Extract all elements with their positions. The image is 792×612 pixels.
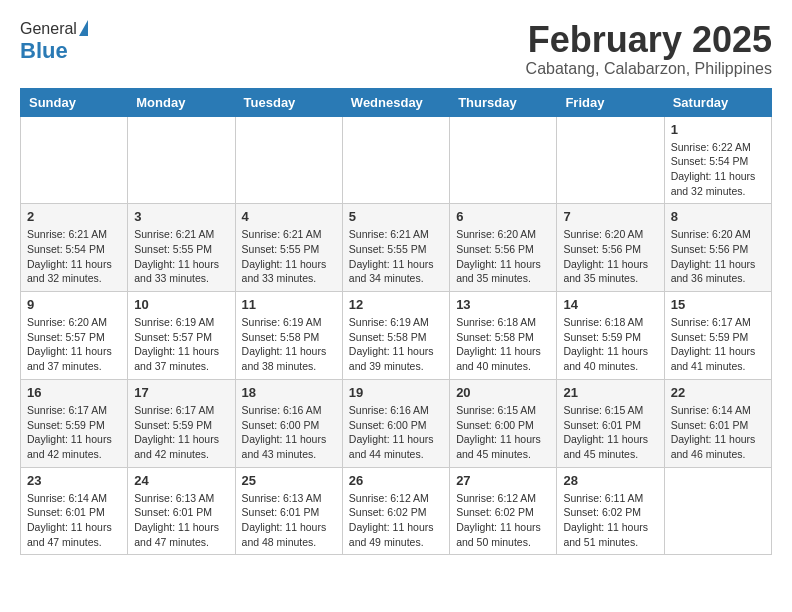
day-number: 8 [671, 209, 765, 224]
calendar-cell: 11Sunrise: 6:19 AMSunset: 5:58 PMDayligh… [235, 292, 342, 380]
day-number: 28 [563, 473, 657, 488]
calendar-cell [664, 467, 771, 555]
calendar-week-row: 1Sunrise: 6:22 AMSunset: 5:54 PMDaylight… [21, 116, 772, 204]
day-info: Sunrise: 6:13 AMSunset: 6:01 PMDaylight:… [134, 491, 228, 550]
calendar-cell: 3Sunrise: 6:21 AMSunset: 5:55 PMDaylight… [128, 204, 235, 292]
day-info: Sunrise: 6:21 AMSunset: 5:55 PMDaylight:… [134, 227, 228, 286]
calendar-cell: 20Sunrise: 6:15 AMSunset: 6:00 PMDayligh… [450, 379, 557, 467]
day-info: Sunrise: 6:20 AMSunset: 5:56 PMDaylight:… [456, 227, 550, 286]
day-number: 22 [671, 385, 765, 400]
calendar-cell [128, 116, 235, 204]
day-number: 5 [349, 209, 443, 224]
calendar-cell: 25Sunrise: 6:13 AMSunset: 6:01 PMDayligh… [235, 467, 342, 555]
day-number: 7 [563, 209, 657, 224]
calendar-cell: 21Sunrise: 6:15 AMSunset: 6:01 PMDayligh… [557, 379, 664, 467]
day-info: Sunrise: 6:17 AMSunset: 5:59 PMDaylight:… [27, 403, 121, 462]
day-info: Sunrise: 6:13 AMSunset: 6:01 PMDaylight:… [242, 491, 336, 550]
day-number: 14 [563, 297, 657, 312]
logo-blue-text: Blue [20, 38, 68, 64]
day-number: 3 [134, 209, 228, 224]
calendar-table: SundayMondayTuesdayWednesdayThursdayFrid… [20, 88, 772, 556]
day-info: Sunrise: 6:20 AMSunset: 5:56 PMDaylight:… [671, 227, 765, 286]
calendar-cell: 23Sunrise: 6:14 AMSunset: 6:01 PMDayligh… [21, 467, 128, 555]
day-info: Sunrise: 6:19 AMSunset: 5:58 PMDaylight:… [349, 315, 443, 374]
day-number: 12 [349, 297, 443, 312]
day-info: Sunrise: 6:16 AMSunset: 6:00 PMDaylight:… [349, 403, 443, 462]
calendar-cell: 6Sunrise: 6:20 AMSunset: 5:56 PMDaylight… [450, 204, 557, 292]
day-number: 10 [134, 297, 228, 312]
weekday-header-wednesday: Wednesday [342, 88, 449, 116]
day-number: 25 [242, 473, 336, 488]
calendar-cell: 15Sunrise: 6:17 AMSunset: 5:59 PMDayligh… [664, 292, 771, 380]
weekday-header-saturday: Saturday [664, 88, 771, 116]
day-info: Sunrise: 6:18 AMSunset: 5:58 PMDaylight:… [456, 315, 550, 374]
calendar-cell: 17Sunrise: 6:17 AMSunset: 5:59 PMDayligh… [128, 379, 235, 467]
calendar-cell: 28Sunrise: 6:11 AMSunset: 6:02 PMDayligh… [557, 467, 664, 555]
day-number: 23 [27, 473, 121, 488]
day-info: Sunrise: 6:20 AMSunset: 5:57 PMDaylight:… [27, 315, 121, 374]
month-title: February 2025 [526, 20, 772, 60]
calendar-cell [21, 116, 128, 204]
day-number: 27 [456, 473, 550, 488]
day-info: Sunrise: 6:12 AMSunset: 6:02 PMDaylight:… [349, 491, 443, 550]
calendar-cell: 12Sunrise: 6:19 AMSunset: 5:58 PMDayligh… [342, 292, 449, 380]
day-number: 2 [27, 209, 121, 224]
calendar-week-row: 16Sunrise: 6:17 AMSunset: 5:59 PMDayligh… [21, 379, 772, 467]
calendar-cell: 16Sunrise: 6:17 AMSunset: 5:59 PMDayligh… [21, 379, 128, 467]
day-info: Sunrise: 6:21 AMSunset: 5:55 PMDaylight:… [349, 227, 443, 286]
title-section: February 2025 Cabatang, Calabarzon, Phil… [526, 20, 772, 78]
calendar-cell: 13Sunrise: 6:18 AMSunset: 5:58 PMDayligh… [450, 292, 557, 380]
calendar-cell: 1Sunrise: 6:22 AMSunset: 5:54 PMDaylight… [664, 116, 771, 204]
calendar-cell: 9Sunrise: 6:20 AMSunset: 5:57 PMDaylight… [21, 292, 128, 380]
calendar-cell: 7Sunrise: 6:20 AMSunset: 5:56 PMDaylight… [557, 204, 664, 292]
day-number: 16 [27, 385, 121, 400]
day-number: 17 [134, 385, 228, 400]
day-info: Sunrise: 6:19 AMSunset: 5:57 PMDaylight:… [134, 315, 228, 374]
calendar-cell [342, 116, 449, 204]
calendar-cell: 19Sunrise: 6:16 AMSunset: 6:00 PMDayligh… [342, 379, 449, 467]
calendar-cell: 24Sunrise: 6:13 AMSunset: 6:01 PMDayligh… [128, 467, 235, 555]
day-info: Sunrise: 6:20 AMSunset: 5:56 PMDaylight:… [563, 227, 657, 286]
calendar-cell: 14Sunrise: 6:18 AMSunset: 5:59 PMDayligh… [557, 292, 664, 380]
calendar-cell [235, 116, 342, 204]
logo: General Blue [20, 20, 88, 64]
calendar-week-row: 2Sunrise: 6:21 AMSunset: 5:54 PMDaylight… [21, 204, 772, 292]
day-number: 9 [27, 297, 121, 312]
calendar-cell: 26Sunrise: 6:12 AMSunset: 6:02 PMDayligh… [342, 467, 449, 555]
calendar-cell: 5Sunrise: 6:21 AMSunset: 5:55 PMDaylight… [342, 204, 449, 292]
day-info: Sunrise: 6:15 AMSunset: 6:00 PMDaylight:… [456, 403, 550, 462]
day-number: 11 [242, 297, 336, 312]
day-info: Sunrise: 6:12 AMSunset: 6:02 PMDaylight:… [456, 491, 550, 550]
calendar-cell: 27Sunrise: 6:12 AMSunset: 6:02 PMDayligh… [450, 467, 557, 555]
calendar-cell: 8Sunrise: 6:20 AMSunset: 5:56 PMDaylight… [664, 204, 771, 292]
calendar-cell: 22Sunrise: 6:14 AMSunset: 6:01 PMDayligh… [664, 379, 771, 467]
weekday-header-sunday: Sunday [21, 88, 128, 116]
day-info: Sunrise: 6:18 AMSunset: 5:59 PMDaylight:… [563, 315, 657, 374]
weekday-header-tuesday: Tuesday [235, 88, 342, 116]
day-info: Sunrise: 6:14 AMSunset: 6:01 PMDaylight:… [671, 403, 765, 462]
logo-triangle-icon [79, 20, 88, 36]
day-number: 18 [242, 385, 336, 400]
calendar-cell: 2Sunrise: 6:21 AMSunset: 5:54 PMDaylight… [21, 204, 128, 292]
day-number: 19 [349, 385, 443, 400]
day-info: Sunrise: 6:14 AMSunset: 6:01 PMDaylight:… [27, 491, 121, 550]
calendar-cell: 18Sunrise: 6:16 AMSunset: 6:00 PMDayligh… [235, 379, 342, 467]
day-number: 24 [134, 473, 228, 488]
weekday-header-row: SundayMondayTuesdayWednesdayThursdayFrid… [21, 88, 772, 116]
day-info: Sunrise: 6:21 AMSunset: 5:54 PMDaylight:… [27, 227, 121, 286]
day-info: Sunrise: 6:17 AMSunset: 5:59 PMDaylight:… [671, 315, 765, 374]
day-number: 6 [456, 209, 550, 224]
day-number: 20 [456, 385, 550, 400]
day-number: 13 [456, 297, 550, 312]
calendar-week-row: 23Sunrise: 6:14 AMSunset: 6:01 PMDayligh… [21, 467, 772, 555]
day-info: Sunrise: 6:16 AMSunset: 6:00 PMDaylight:… [242, 403, 336, 462]
day-info: Sunrise: 6:17 AMSunset: 5:59 PMDaylight:… [134, 403, 228, 462]
day-number: 1 [671, 122, 765, 137]
location-text: Cabatang, Calabarzon, Philippines [526, 60, 772, 78]
day-info: Sunrise: 6:21 AMSunset: 5:55 PMDaylight:… [242, 227, 336, 286]
day-number: 21 [563, 385, 657, 400]
day-info: Sunrise: 6:22 AMSunset: 5:54 PMDaylight:… [671, 140, 765, 199]
logo-general-text: General [20, 20, 77, 38]
page-header: General Blue February 2025 Cabatang, Cal… [20, 20, 772, 78]
day-info: Sunrise: 6:11 AMSunset: 6:02 PMDaylight:… [563, 491, 657, 550]
